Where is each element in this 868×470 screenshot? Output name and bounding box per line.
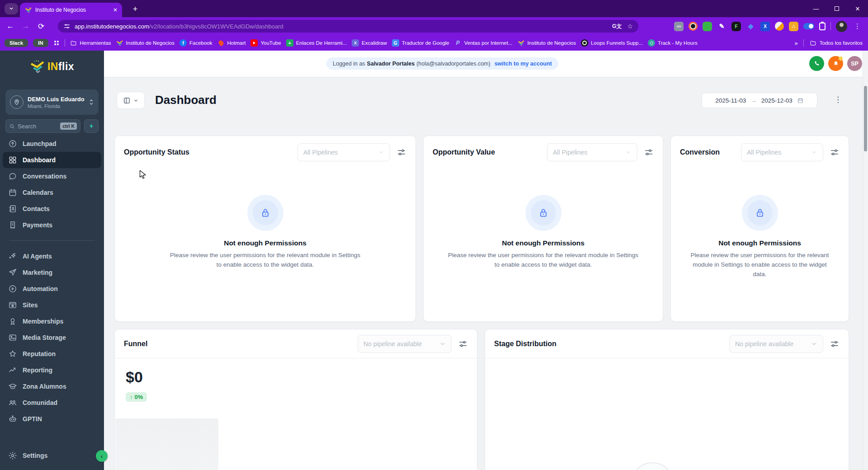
bookmark-item[interactable]: GTraductor de Google <box>392 39 449 47</box>
bookmark-label: Herramientas <box>80 40 111 46</box>
sidebar-item-sites[interactable]: Sites <box>3 297 101 313</box>
bookmark-item[interactable]: Track - My Hours <box>648 39 698 47</box>
scrollbar-thumb[interactable] <box>864 86 867 151</box>
stage-pipeline-select[interactable]: No pipeline available <box>729 335 823 353</box>
sites-icon <box>8 301 17 310</box>
bookmarks-bar: SlackINHerramientasInstituto de Negocios… <box>0 35 868 51</box>
translate-icon[interactable]: G文 <box>612 23 622 30</box>
user-avatar[interactable]: SP <box>847 56 862 71</box>
browser-tab[interactable]: Instituto de Negocios ✕ <box>20 3 122 17</box>
bookmark-item[interactable]: Instituto de Negocios <box>518 39 576 47</box>
widget-header: ConversionAll Pipelines <box>671 136 849 169</box>
extension-dino-icon[interactable] <box>703 22 712 31</box>
widget-settings-icon[interactable] <box>830 147 840 157</box>
bookmarks-overflow-button[interactable]: » <box>795 40 797 47</box>
sidebar-item-comunidad[interactable]: Comunidad <box>3 395 101 411</box>
dashboard-view-selector[interactable] <box>117 92 145 109</box>
widget-settings-icon[interactable] <box>458 339 468 349</box>
marketing-icon <box>8 268 17 277</box>
window-minimize-button[interactable]: — <box>806 0 826 17</box>
bell-icon <box>832 60 840 67</box>
extension-toggle-icon[interactable] <box>803 23 814 29</box>
browser-profile-avatar[interactable] <box>836 21 847 32</box>
account-switcher[interactable]: DEMO Luis Eduardo ... Miami, Florida <box>5 89 99 115</box>
apps-grid-icon[interactable] <box>53 40 60 46</box>
bookmark-item[interactable]: +Enlaces De Herrami... <box>286 39 347 47</box>
sidebar-item-label: Reputation <box>23 350 56 357</box>
extension-clipboard-icon[interactable] <box>819 23 826 30</box>
sidebar-item-ai-agents[interactable]: AI Agents <box>3 248 101 264</box>
funnel-delta-value: 0% <box>135 394 143 400</box>
extension-tag-icon[interactable]: ◆ <box>746 22 755 31</box>
extension-xtool-icon[interactable]: X <box>760 22 770 31</box>
sidebar-item-memberships[interactable]: Memberships <box>3 313 101 329</box>
dashboard-menu-button[interactable]: ⋮ <box>834 95 842 104</box>
extension-persona-icon[interactable] <box>775 22 784 31</box>
new-tab-button[interactable]: + <box>129 3 141 15</box>
layout-icon <box>123 97 131 104</box>
extension-facet-icon[interactable]: F <box>731 22 741 31</box>
quick-actions-button[interactable] <box>84 119 99 133</box>
extension-people-icon[interactable]: ∴ <box>789 22 798 31</box>
bookmark-item[interactable]: Instituto de Negocios <box>116 39 175 47</box>
sidebar-item-dashboard[interactable]: Dashboard <box>3 152 101 168</box>
bookmark-item[interactable]: YouTube <box>250 39 281 47</box>
funnel-total-value: $0 <box>126 368 466 386</box>
sidebar-item-reporting[interactable]: Reporting <box>3 362 101 378</box>
notifications-button[interactable] <box>828 56 843 71</box>
funnel-pipeline-select[interactable]: No pipeline available <box>358 335 452 353</box>
bookmark-item[interactable]: Herramientas <box>70 39 111 47</box>
extension-loom-icon[interactable] <box>689 22 698 31</box>
chevron-down-icon <box>811 341 817 347</box>
bookmark-item[interactable]: Hotmart <box>217 39 246 47</box>
pipeline-select[interactable]: All Pipelines <box>741 143 823 161</box>
switch-account-link[interactable]: switch to my account <box>495 61 552 67</box>
pipeline-select-value: All Pipelines <box>303 149 338 156</box>
sidebar-item-media-storage[interactable]: Media Storage <box>3 329 101 346</box>
widget-settings-icon[interactable] <box>396 147 406 157</box>
page-scrollbar[interactable] <box>863 51 868 470</box>
tab-close-icon[interactable]: ✕ <box>113 7 118 13</box>
window-close-button[interactable]: ✕ <box>847 0 868 17</box>
bookmark-star-icon[interactable]: ☆ <box>627 23 633 30</box>
pipeline-select[interactable]: All Pipelines <box>297 143 390 161</box>
sidebar-item-settings[interactable]: Settings <box>3 447 101 464</box>
sidebar-item-zona-alumnos[interactable]: Zona Alumnos <box>3 378 101 395</box>
sidebar-item-conversations[interactable]: Conversations <box>3 168 101 184</box>
bookmark-item[interactable]: XExcalidraw <box>352 39 387 47</box>
sidebar-item-automation[interactable]: Automation <box>3 281 101 297</box>
tab-search-button[interactable] <box>5 3 18 14</box>
date-range-picker[interactable]: 2025-11-03 → 2025-12-03 <box>702 93 817 108</box>
sidebar-item-calendars[interactable]: Calendars <box>3 184 101 201</box>
sidebar-item-marketing[interactable]: Marketing <box>3 264 101 281</box>
sidebar-collapse-button[interactable]: ‹ <box>96 450 108 462</box>
site-settings-icon[interactable] <box>63 23 71 30</box>
sidebar-item-gptin[interactable]: GPTIN <box>3 411 101 427</box>
extension-code-icon[interactable]: </> <box>674 22 684 31</box>
all-bookmarks-folder[interactable]: Todos los favoritos <box>810 39 863 47</box>
sidebar-item-reputation[interactable]: Reputation <box>3 346 101 362</box>
extension-wand-icon[interactable]: ✎ <box>717 22 726 31</box>
contacts-icon <box>8 204 17 213</box>
sidebar-item-payments[interactable]: Payments <box>3 217 101 233</box>
tab-group-chip-slack[interactable]: Slack <box>5 39 28 47</box>
address-bar[interactable]: app.institutodenegocios.com/v2/location/… <box>58 20 638 33</box>
bookmark-item[interactable]: PVentas por Internet... <box>454 39 513 47</box>
back-button[interactable]: ← <box>3 22 18 31</box>
forward-button[interactable]: → <box>18 22 33 31</box>
search-input[interactable]: Search ctrl K <box>5 119 80 133</box>
widget-settings-icon[interactable] <box>830 339 840 349</box>
permission-message: Not enough PermissionsPlease review the … <box>115 169 415 270</box>
tab-group-chip-in[interactable]: IN <box>33 39 48 47</box>
bookmark-item[interactable]: Loops Funnels Supp... <box>581 39 643 47</box>
bookmark-item[interactable]: fFacebook <box>179 39 212 47</box>
sidebar-item-contacts[interactable]: Contacts <box>3 201 101 217</box>
calendars-icon <box>8 188 17 197</box>
phone-button[interactable] <box>809 56 824 71</box>
widget-settings-icon[interactable] <box>644 147 654 157</box>
window-maximize-button[interactable] <box>826 0 847 17</box>
browser-menu-icon[interactable]: ⋮ <box>852 22 863 30</box>
pipeline-select[interactable]: All Pipelines <box>547 143 637 161</box>
reload-button[interactable]: ⟳ <box>33 22 49 31</box>
sidebar-item-launchpad[interactable]: Launchpad <box>3 136 101 152</box>
